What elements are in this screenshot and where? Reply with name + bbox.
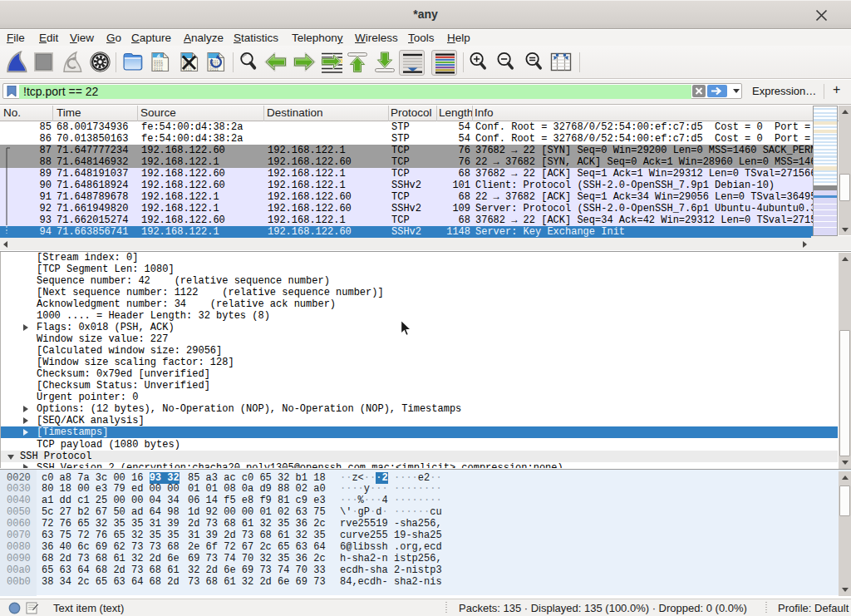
svg-text:0111: 0111 xyxy=(154,67,163,71)
svg-text:0111: 0111 xyxy=(209,67,219,71)
